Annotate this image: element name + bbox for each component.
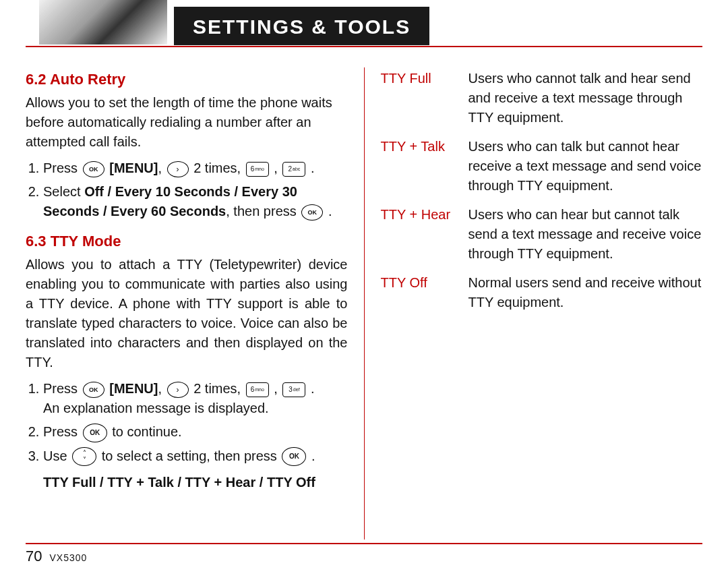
def-desc: Normal users send and receive without TT… bbox=[468, 273, 703, 312]
section-6-2-title: 6.2 Auto Retry bbox=[26, 69, 348, 90]
text: to select a setting, then press bbox=[102, 448, 277, 463]
list-item: Select Off / Every 10 Seconds / Every 30… bbox=[43, 182, 348, 221]
menu-label: [MENU] bbox=[109, 381, 158, 396]
def-term: TTY Off bbox=[381, 273, 462, 312]
text: Use bbox=[43, 448, 67, 463]
section-6-3-steps: Press OK [MENU], › 2 times, 6mno , 3def … bbox=[26, 379, 348, 466]
ok-key-icon: OK bbox=[282, 447, 306, 466]
tty-definitions: TTY Full Users who cannot talk and hear … bbox=[381, 69, 703, 312]
text: to continue. bbox=[112, 424, 181, 439]
section-6-2-steps: Press OK [MENU], › 2 times, 6mno , 2abc … bbox=[26, 158, 348, 221]
text: , bbox=[274, 381, 278, 396]
key-6-icon: 6mno bbox=[246, 382, 269, 397]
text: Press bbox=[43, 424, 78, 439]
def-desc: Users who can talk but cannot hear recei… bbox=[468, 137, 703, 196]
page-title: SETTINGS & TOOLS bbox=[174, 7, 429, 45]
ok-key-icon: OK bbox=[83, 161, 104, 177]
text: Press bbox=[43, 381, 78, 396]
key-6-icon: 6mno bbox=[246, 162, 269, 177]
text: . bbox=[328, 204, 332, 219]
tty-options: TTY Full / TTY + Talk / TTY + Hear / TTY… bbox=[43, 473, 348, 492]
def-term: TTY + Talk bbox=[381, 137, 462, 196]
rule-top bbox=[26, 46, 702, 47]
nav-right-icon: › bbox=[167, 161, 189, 177]
ok-key-icon: OK bbox=[83, 424, 107, 442]
model-number: VX5300 bbox=[50, 552, 88, 563]
list-item: Press OK to continue. bbox=[43, 422, 348, 442]
rule-bottom bbox=[26, 543, 702, 544]
key-2-icon: 2abc bbox=[282, 162, 305, 177]
header-photo bbox=[39, 0, 167, 45]
key-3-icon: 3def bbox=[282, 382, 305, 397]
text: . bbox=[311, 381, 315, 396]
section-6-3-intro: Allows you to attach a TTY (Teletypewrit… bbox=[26, 255, 348, 372]
def-desc: Users who can hear but cannot talk send … bbox=[468, 205, 703, 264]
ok-key-icon: OK bbox=[83, 382, 104, 398]
column-separator bbox=[364, 67, 365, 540]
nav-updown-icon: ˄˅ bbox=[72, 447, 96, 466]
text: An explanation message is displayed. bbox=[43, 401, 269, 415]
menu-label: [MENU] bbox=[109, 161, 158, 175]
text: . bbox=[311, 448, 315, 463]
right-column: TTY Full Users who cannot talk and hear … bbox=[381, 67, 703, 540]
content-columns: 6.2 Auto Retry Allows you to set the len… bbox=[26, 67, 702, 540]
nav-right-icon: › bbox=[167, 382, 189, 398]
section-6-2-intro: Allows you to set the length of time the… bbox=[26, 93, 348, 152]
def-term: TTY Full bbox=[381, 69, 462, 127]
text: 2 times, bbox=[193, 161, 241, 175]
text: Select bbox=[43, 184, 81, 199]
text: , then press bbox=[226, 204, 297, 219]
page-number: 70 bbox=[26, 548, 42, 564]
left-column: 6.2 Auto Retry Allows you to set the len… bbox=[26, 67, 348, 540]
def-desc: Users who cannot talk and hear send and … bbox=[468, 69, 703, 127]
section-6-3-title: 6.3 TTY Mode bbox=[26, 231, 348, 252]
footer: 70 VX5300 bbox=[26, 546, 87, 567]
list-item: Press OK [MENU], › 2 times, 6mno , 2abc … bbox=[43, 158, 348, 178]
list-item: Use ˄˅ to select a setting, then press O… bbox=[43, 446, 348, 467]
list-item: Press OK [MENU], › 2 times, 6mno , 3def … bbox=[43, 379, 348, 418]
def-term: TTY + Hear bbox=[381, 205, 462, 264]
ok-key-icon: OK bbox=[301, 204, 323, 221]
text: . bbox=[311, 161, 315, 175]
text: Press bbox=[43, 161, 78, 175]
text: , bbox=[274, 161, 278, 175]
text: 2 times, bbox=[193, 381, 241, 396]
